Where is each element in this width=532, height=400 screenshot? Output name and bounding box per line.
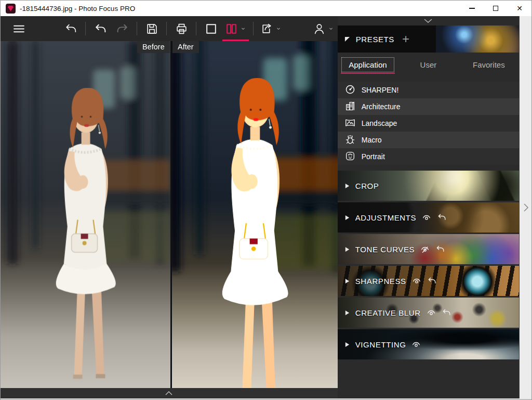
- landscape-icon: [344, 117, 356, 130]
- collapsed-triangle-icon: [344, 215, 350, 221]
- preset-tabs: ApplicationUserFavorites: [338, 53, 519, 76]
- undo-icon: [94, 22, 107, 35]
- preset-item-sharpen[interactable]: SHARPEN!: [338, 82, 519, 98]
- panel-creative-blur[interactable]: CREATIVE BLUR: [338, 298, 519, 328]
- account-button[interactable]: [310, 18, 337, 39]
- panel-title: ADJUSTMENTS: [355, 213, 416, 222]
- chevron-right-icon: [523, 203, 529, 212]
- preset-item-landscape[interactable]: Landscape: [338, 115, 519, 132]
- save-button[interactable]: [141, 18, 163, 39]
- toolbar-divider: [196, 22, 196, 35]
- maximize-button[interactable]: [484, 1, 508, 16]
- preset-item-architecture[interactable]: Architecture: [338, 98, 519, 115]
- print-button[interactable]: [170, 18, 192, 39]
- toolbar-divider: [137, 22, 137, 35]
- panel-title: TONE CURVES: [355, 245, 415, 254]
- redo-button[interactable]: [111, 18, 133, 39]
- right-expand-strip: [519, 16, 531, 398]
- architecture-icon: [344, 100, 356, 113]
- tab-application[interactable]: Application: [338, 57, 398, 72]
- reset-icon: [64, 22, 77, 35]
- print-icon: [175, 22, 188, 35]
- collapsed-triangle-icon: [344, 278, 350, 284]
- panel-presets-header[interactable]: PRESETS +: [338, 25, 519, 53]
- minimize-button[interactable]: [460, 1, 484, 16]
- toolbar-divider: [166, 22, 167, 35]
- image-viewer: Before After: [1, 41, 338, 388]
- presets-art-lamp: [436, 25, 519, 53]
- panel-tone-curves[interactable]: TONE CURVES: [338, 234, 519, 264]
- filmstrip-toggle-bar[interactable]: [1, 388, 338, 398]
- close-button[interactable]: ✕: [508, 1, 531, 16]
- preset-item-macro[interactable]: Macro: [338, 132, 519, 148]
- before-label: Before: [137, 41, 170, 53]
- panel-reset-icon[interactable]: [435, 244, 446, 254]
- visibility-toggle-on-icon[interactable]: [426, 307, 436, 318]
- sidebar: PRESETS + ApplicationUserFavorites SHARP…: [338, 16, 519, 398]
- menu-button[interactable]: [8, 18, 30, 39]
- after-image-pane[interactable]: [172, 41, 338, 388]
- chevron-down-icon: [423, 16, 433, 25]
- tab-label: Application: [341, 57, 394, 72]
- undo-button[interactable]: [89, 18, 111, 39]
- portrait-icon: [344, 150, 356, 163]
- collapsed-triangle-icon: [344, 183, 350, 189]
- panel-reset-icon[interactable]: [437, 212, 447, 223]
- expand-panel-button[interactable]: [522, 202, 530, 213]
- visibility-toggle-off-icon[interactable]: [420, 244, 430, 254]
- sidebar-filler: [338, 361, 519, 398]
- panel-title: CROP: [355, 182, 379, 190]
- panel-sharpness[interactable]: SHARPNESS: [338, 266, 519, 296]
- collapsed-triangle-icon: [344, 310, 350, 316]
- share-icon: [260, 22, 273, 35]
- split-view-button[interactable]: [222, 18, 249, 39]
- chevron-down-icon: [275, 25, 282, 32]
- reset-all-button[interactable]: [60, 18, 82, 39]
- gauge-icon: [344, 84, 356, 97]
- tab-label: Favorites: [466, 58, 512, 72]
- toolbar: [1, 16, 338, 41]
- presets-title: PRESETS: [356, 35, 394, 44]
- save-icon: [145, 22, 158, 35]
- panel-reset-icon[interactable]: [427, 276, 437, 286]
- window-controls: ✕: [460, 1, 531, 16]
- panel-vignetting[interactable]: VIGNETTING: [338, 329, 519, 359]
- chevron-down-icon: [240, 25, 246, 32]
- share-button[interactable]: [257, 18, 285, 39]
- preset-label: SHARPEN!: [362, 86, 399, 94]
- bug-icon: [344, 134, 356, 147]
- preset-item-portrait[interactable]: Portrait: [338, 148, 519, 165]
- preset-list: SHARPEN!ArchitectureLandscapeMacroPortra…: [338, 82, 519, 165]
- panel-crop[interactable]: CROP: [338, 171, 519, 201]
- add-preset-button[interactable]: +: [400, 34, 411, 44]
- user-icon: [313, 22, 326, 35]
- single-view-button[interactable]: [200, 18, 222, 39]
- chevron-down-icon: [328, 25, 334, 32]
- redo-icon: [116, 22, 129, 35]
- chevron-up-icon: [165, 389, 173, 398]
- tab-user[interactable]: User: [398, 58, 458, 72]
- panel-title: VIGNETTING: [355, 340, 406, 349]
- preset-label: Macro: [362, 136, 382, 144]
- close-icon: ✕: [516, 5, 523, 12]
- side-panels: CROPADJUSTMENTSTONE CURVESSHARPNESSCREAT…: [338, 171, 519, 361]
- sidebar-collapse-button[interactable]: [338, 16, 519, 25]
- panel-adjustments[interactable]: ADJUSTMENTS: [338, 202, 519, 233]
- visibility-toggle-on-icon[interactable]: [411, 276, 422, 286]
- app-window: -1815444736.jpg - Photo Focus PRO ✕ Befo…: [0, 0, 532, 400]
- collapsed-triangle-icon: [344, 247, 350, 252]
- visibility-toggle-on-icon[interactable]: [411, 339, 421, 350]
- maximize-icon: [493, 6, 498, 11]
- app-logo-icon: [6, 4, 16, 14]
- visibility-toggle-on-icon[interactable]: [421, 212, 432, 223]
- preset-label: Architecture: [362, 102, 401, 111]
- before-image-pane[interactable]: [1, 41, 170, 388]
- preset-label: Landscape: [362, 119, 397, 127]
- expanded-triangle-icon: [344, 36, 350, 42]
- collapsed-triangle-icon: [344, 342, 350, 347]
- view-single-icon: [205, 22, 218, 35]
- preset-label: Portrait: [362, 152, 385, 161]
- tab-favorites[interactable]: Favorites: [459, 58, 519, 72]
- panel-reset-icon[interactable]: [442, 307, 452, 318]
- hamburger-icon: [12, 22, 25, 35]
